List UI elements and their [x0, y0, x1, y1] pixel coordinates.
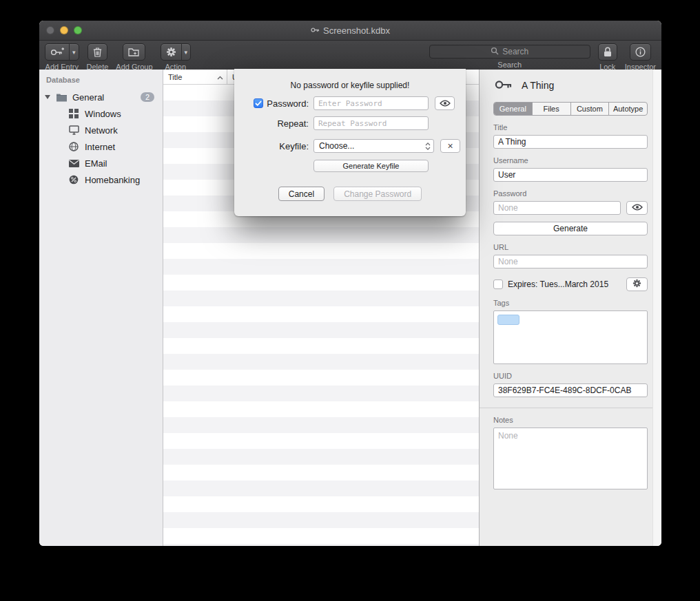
dialog-password-input[interactable] — [313, 96, 429, 110]
inspector-tabs: General Files Custom Autotype — [493, 102, 648, 116]
add-group-button[interactable]: Add Group — [116, 43, 152, 71]
action-button[interactable]: ▾ Action — [161, 43, 192, 71]
tab-general[interactable]: General — [494, 103, 533, 115]
title-field[interactable] — [493, 135, 648, 149]
coin-percent-icon — [68, 175, 80, 184]
sidebar: Database General 2 Windows Network — [39, 70, 163, 546]
generate-keyfile-button[interactable]: Generate Keyfile — [313, 160, 429, 172]
toolbar: ▾ Add Entry Delete Add Group ▾ Action — [39, 41, 661, 73]
uuid-field[interactable] — [493, 383, 648, 397]
sidebar-item-homebanking[interactable]: Homebanking — [39, 171, 163, 188]
key-icon — [495, 78, 513, 93]
monitor-icon — [68, 125, 80, 135]
uuid-label: UUID — [493, 372, 648, 380]
sort-ascending-icon — [217, 73, 223, 81]
sidebar-header: Database — [46, 76, 163, 84]
folder-plus-icon — [123, 44, 145, 60]
sidebar-item-label: Internet — [85, 142, 163, 152]
info-icon — [630, 44, 650, 60]
traffic-lights — [46, 26, 82, 34]
password-checkbox[interactable] — [254, 98, 263, 108]
search-placeholder: Search — [502, 47, 528, 56]
title-label: Title — [493, 123, 648, 131]
zoom-button[interactable] — [74, 26, 82, 34]
trash-icon — [88, 44, 107, 60]
change-password-button[interactable]: Change Password — [333, 187, 422, 201]
sidebar-item-label: Network — [85, 125, 163, 136]
titlebar: Screenshot.kdbx — [39, 21, 661, 41]
username-field[interactable] — [493, 168, 648, 182]
cancel-button[interactable]: Cancel — [278, 187, 325, 201]
dialog-password-label: Password: — [267, 98, 309, 109]
dialog-message: No password or keyfile supplied! — [234, 69, 466, 90]
tab-autotype[interactable]: Autotype — [609, 103, 647, 115]
stepper-arrows-icon — [425, 142, 433, 151]
gear-icon — [161, 44, 181, 60]
notes-label: Notes — [493, 416, 648, 424]
url-field[interactable] — [493, 255, 648, 268]
sidebar-item-label: General — [72, 92, 141, 103]
inspector-button[interactable]: Inspector — [625, 43, 656, 71]
sidebar-item-internet[interactable]: Internet — [39, 138, 163, 155]
chevron-down-icon: ▾ — [69, 44, 79, 60]
inspector-scrollbar[interactable] — [652, 70, 661, 546]
eye-icon — [632, 203, 643, 213]
username-label: Username — [493, 156, 648, 165]
lock-button[interactable]: Lock — [598, 43, 617, 71]
window-title: Screenshot.kdbx — [323, 25, 390, 36]
reveal-password-button[interactable] — [626, 201, 648, 215]
expires-checkbox[interactable] — [493, 280, 503, 289]
close-x-icon: × — [447, 141, 453, 151]
app-window: Screenshot.kdbx ▾ Add Entry Delete Add G… — [39, 21, 661, 546]
tab-files[interactable]: Files — [533, 103, 571, 115]
close-button[interactable] — [46, 26, 54, 34]
sidebar-item-label: Windows — [85, 109, 163, 119]
dialog-keyfile-label: Keyfile: — [279, 141, 309, 151]
dialog-repeat-input[interactable] — [313, 116, 429, 130]
tag-pill[interactable] — [497, 315, 519, 325]
sidebar-item-windows[interactable]: Windows — [39, 105, 163, 122]
password-label: Password — [493, 189, 648, 198]
delete-button[interactable]: Delete — [87, 43, 109, 71]
password-field[interactable] — [493, 201, 621, 215]
windows-icon — [68, 109, 80, 118]
disclosure-triangle-icon[interactable] — [45, 95, 50, 99]
entry-title: A Thing — [522, 80, 554, 91]
folder-icon — [55, 93, 68, 102]
keyfile-dropdown[interactable]: Choose... — [313, 139, 434, 153]
url-label: URL — [493, 243, 648, 251]
notes-field[interactable] — [493, 428, 648, 489]
tags-field[interactable] — [493, 310, 648, 364]
sidebar-item-network[interactable]: Network — [39, 122, 163, 138]
expires-settings-button[interactable] — [626, 277, 648, 291]
envelope-icon — [68, 160, 80, 167]
column-header-title[interactable]: Title — [163, 70, 227, 84]
clear-keyfile-button[interactable]: × — [440, 139, 460, 153]
search-label: Search — [497, 61, 522, 69]
add-entry-button[interactable]: ▾ Add Entry — [45, 43, 79, 71]
search-input[interactable]: Search — [429, 45, 590, 59]
globe-icon — [68, 142, 80, 151]
password-dialog: No password or keyfile supplied! Passwor… — [234, 69, 466, 216]
key-plus-icon — [45, 44, 69, 60]
sidebar-item-general[interactable]: General 2 — [39, 89, 163, 105]
expires-label: Expires: Tues...March 2015 — [508, 280, 621, 289]
sidebar-item-label: EMail — [85, 158, 163, 169]
tab-custom[interactable]: Custom — [571, 103, 610, 115]
document-key-icon — [311, 25, 320, 36]
count-badge: 2 — [141, 92, 154, 102]
eye-icon — [440, 98, 451, 109]
inspector-panel: A Thing General Files Custom Autotype Ti… — [479, 70, 661, 546]
chevron-down-icon: ▾ — [181, 44, 191, 60]
tags-label: Tags — [493, 299, 648, 307]
sidebar-item-email[interactable]: EMail — [39, 155, 163, 171]
lock-icon — [599, 44, 617, 60]
sidebar-item-label: Homebanking — [85, 175, 163, 185]
generate-password-button[interactable]: Generate — [493, 222, 648, 235]
minimize-button[interactable] — [60, 26, 68, 34]
search-icon — [491, 47, 499, 57]
dialog-reveal-password-button[interactable] — [435, 96, 455, 110]
divider — [480, 408, 661, 408]
gear-icon — [632, 279, 641, 290]
dialog-repeat-label: Repeat: — [277, 118, 309, 129]
